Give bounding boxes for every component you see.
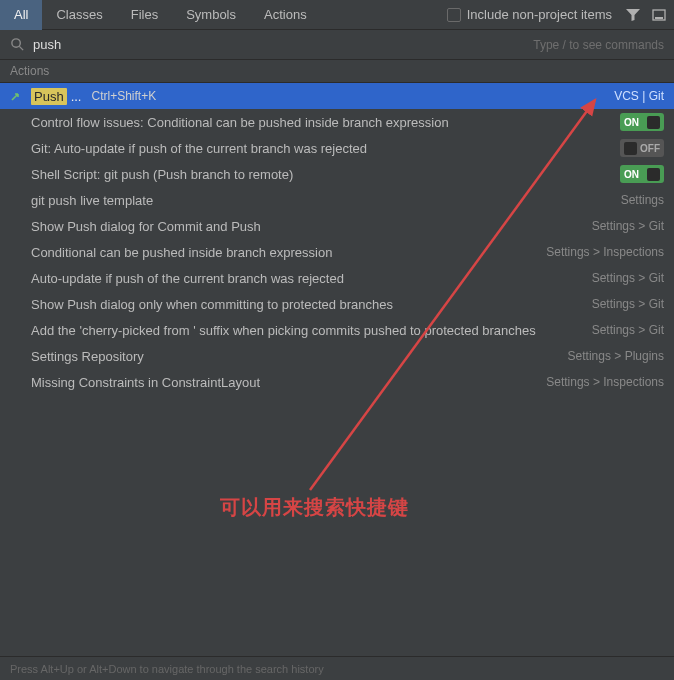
search-icon xyxy=(10,37,25,52)
result-tail: Settings > Git xyxy=(592,219,664,233)
result-row[interactable]: Git: Auto-update if push of the current … xyxy=(0,135,674,161)
result-label: Auto-update if push of the current branc… xyxy=(31,271,592,286)
blank-icon xyxy=(10,374,26,390)
toggle-switch[interactable]: OFF xyxy=(620,139,664,157)
result-row[interactable]: Push...Ctrl+Shift+KVCS | Git xyxy=(0,83,674,109)
result-row[interactable]: Conditional can be pushed inside branch … xyxy=(0,239,674,265)
include-nonproject-checkbox[interactable]: Include non-project items xyxy=(447,7,612,22)
result-label: Conditional can be pushed inside branch … xyxy=(31,245,546,260)
blank-icon xyxy=(10,140,26,156)
result-label: Show Push dialog only when committing to… xyxy=(31,297,592,312)
result-label: Control flow issues: Conditional can be … xyxy=(31,115,620,130)
shortcut-text: Ctrl+Shift+K xyxy=(91,89,156,103)
blank-icon xyxy=(10,166,26,182)
search-input[interactable] xyxy=(33,37,533,52)
annotation-text: 可以用来搜索快捷键 xyxy=(220,494,409,521)
result-tail: Settings xyxy=(621,193,664,207)
result-label: git push live template xyxy=(31,193,621,208)
tab-bar: AllClassesFilesSymbolsActions Include no… xyxy=(0,0,674,30)
result-label: Add the 'cherry-picked from ' suffix whe… xyxy=(31,323,592,338)
result-label: Missing Constraints in ConstraintLayout xyxy=(31,375,546,390)
filter-icon[interactable] xyxy=(622,4,644,26)
result-tail: OFF xyxy=(620,139,664,157)
tab-actions[interactable]: Actions xyxy=(250,0,321,30)
toggle-switch[interactable]: ON xyxy=(620,113,664,131)
checkbox-icon xyxy=(447,8,461,22)
result-tail: VCS | Git xyxy=(614,89,664,103)
result-row[interactable]: Show Push dialog for Commit and PushSett… xyxy=(0,213,674,239)
tab-symbols[interactable]: Symbols xyxy=(172,0,250,30)
result-tail: Settings > Inspections xyxy=(546,375,664,389)
result-label: Show Push dialog for Commit and Push xyxy=(31,219,592,234)
result-row[interactable]: Shell Script: git push (Push branch to r… xyxy=(0,161,674,187)
result-tail: Settings > Git xyxy=(592,271,664,285)
blank-icon xyxy=(10,114,26,130)
result-row[interactable]: Show Push dialog only when committing to… xyxy=(0,291,674,317)
result-row[interactable]: Auto-update if push of the current branc… xyxy=(0,265,674,291)
result-label: Push...Ctrl+Shift+K xyxy=(31,88,614,105)
result-label: Settings Repository xyxy=(31,349,568,364)
result-row[interactable]: git push live templateSettings xyxy=(0,187,674,213)
result-label: Shell Script: git push (Push branch to r… xyxy=(31,167,620,182)
tab-classes[interactable]: Classes xyxy=(42,0,116,30)
result-row[interactable]: Missing Constraints in ConstraintLayoutS… xyxy=(0,369,674,395)
result-tail: Settings > Git xyxy=(592,297,664,311)
blank-icon xyxy=(10,218,26,234)
svg-point-2 xyxy=(12,39,20,47)
result-tail: ON xyxy=(620,113,664,131)
search-hint: Type / to see commands xyxy=(533,38,664,52)
blank-icon xyxy=(10,244,26,260)
tab-all[interactable]: All xyxy=(0,0,42,30)
toggle-switch[interactable]: ON xyxy=(620,165,664,183)
result-row[interactable]: Settings RepositorySettings > Plugins xyxy=(0,343,674,369)
highlight-text: Push xyxy=(31,88,67,105)
result-row[interactable]: Control flow issues: Conditional can be … xyxy=(0,109,674,135)
footer-hint: Press Alt+Up or Alt+Down to navigate thr… xyxy=(0,656,674,680)
result-label: Git: Auto-update if push of the current … xyxy=(31,141,620,156)
blank-icon xyxy=(10,192,26,208)
action-run-icon xyxy=(10,88,26,104)
blank-icon xyxy=(10,270,26,286)
svg-line-3 xyxy=(19,46,23,50)
tab-files[interactable]: Files xyxy=(117,0,172,30)
blank-icon xyxy=(10,322,26,338)
svg-rect-1 xyxy=(655,17,663,19)
result-tail: ON xyxy=(620,165,664,183)
results-list: Push...Ctrl+Shift+KVCS | GitControl flow… xyxy=(0,83,674,395)
result-tail: Settings > Plugins xyxy=(568,349,664,363)
pin-window-icon[interactable] xyxy=(648,4,670,26)
blank-icon xyxy=(10,296,26,312)
result-tail: Settings > Inspections xyxy=(546,245,664,259)
checkbox-label: Include non-project items xyxy=(467,7,612,22)
blank-icon xyxy=(10,348,26,364)
result-tail: Settings > Git xyxy=(592,323,664,337)
result-row[interactable]: Add the 'cherry-picked from ' suffix whe… xyxy=(0,317,674,343)
section-header: Actions xyxy=(0,60,674,83)
search-bar: Type / to see commands xyxy=(0,30,674,60)
